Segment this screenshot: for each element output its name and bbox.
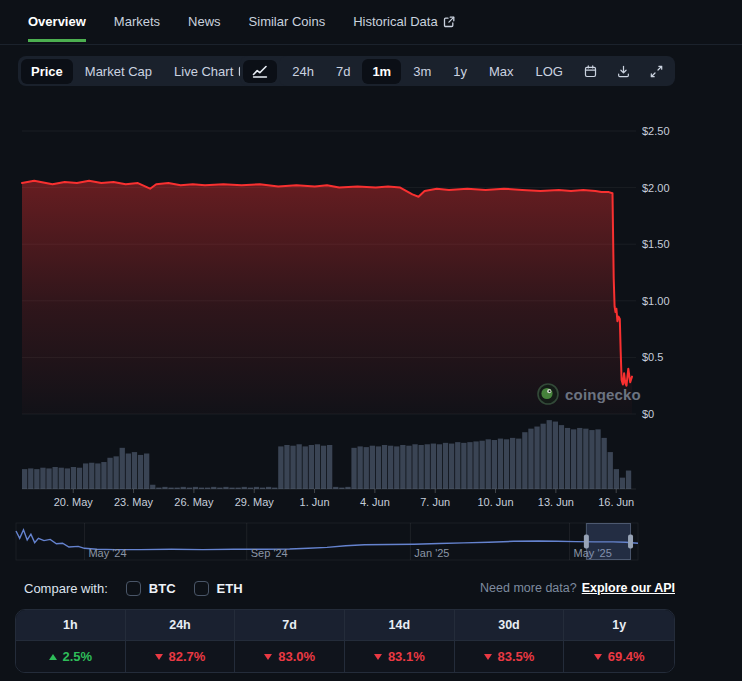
x-tick-label: 4. Jun — [360, 496, 390, 508]
compare-btc-checkbox[interactable]: BTC — [126, 581, 176, 596]
y-tick-label: $0 — [642, 408, 654, 420]
perf-header-30d: 30d — [455, 610, 565, 641]
price-chart-plot-area[interactable] — [22, 100, 634, 490]
perf-header-24h: 24h — [126, 610, 236, 641]
x-tick-label: 23. May — [114, 496, 154, 508]
x-tick-label: 7. Jun — [420, 496, 450, 508]
trend-arrow-icon — [264, 654, 272, 660]
external-link-icon — [443, 16, 455, 28]
log-scale-button[interactable]: LOG — [526, 59, 573, 84]
line-chart-icon[interactable] — [243, 60, 277, 83]
compare-label: Compare with: — [24, 581, 108, 596]
range-3m-button[interactable]: 3m — [403, 59, 441, 84]
y-tick-label: $2.50 — [642, 125, 670, 137]
download-icon[interactable] — [608, 60, 639, 83]
range-selector-group: 24h 7d 1m 3m 1y Max LOG — [279, 56, 675, 86]
x-tick-label: 1. Jun — [300, 496, 330, 508]
range-navigator: May '24Sep '24Jan '25May '25 — [16, 523, 638, 560]
x-tick-label: 26. May — [174, 496, 214, 508]
y-axis-labels: $2.50$2.00$1.50$1.00$0.5$0 — [642, 125, 670, 420]
x-tick-label: 13. Jun — [538, 496, 574, 508]
trend-arrow-icon — [484, 654, 492, 660]
y-tick-label: $1.50 — [642, 238, 670, 250]
tab-similar-coins[interactable]: Similar Coins — [249, 14, 326, 39]
perf-value-30d: 83.5% — [455, 641, 565, 672]
calendar-icon[interactable] — [575, 60, 606, 83]
price-button[interactable]: Price — [21, 59, 73, 84]
expand-icon[interactable] — [641, 60, 672, 83]
coingecko-logo-icon — [537, 383, 559, 405]
navigator-tick-label: May '24 — [88, 547, 126, 559]
range-24h-button[interactable]: 24h — [282, 59, 324, 84]
navigator-handle-right[interactable] — [628, 535, 633, 549]
range-1y-button[interactable]: 1y — [443, 59, 477, 84]
y-tick-label: $0.5 — [642, 351, 663, 363]
checkbox-icon[interactable] — [126, 581, 141, 596]
x-axis-labels: 20. May23. May26. May29. May1. Jun4. Jun… — [54, 489, 635, 508]
api-prompt-text: Need more data? — [480, 581, 577, 595]
trend-arrow-icon — [374, 654, 382, 660]
range-7d-button[interactable]: 7d — [326, 59, 360, 84]
performance-table: 1h 24h 7d 14d 30d 1y 2.5% 82.7% 83.0% 83… — [15, 609, 675, 673]
x-tick-label: 29. May — [235, 496, 275, 508]
checkbox-icon[interactable] — [194, 581, 209, 596]
trend-arrow-icon — [49, 654, 57, 660]
metric-toggle-group: Price Market Cap Live Chart — [18, 56, 263, 86]
market-cap-button[interactable]: Market Cap — [75, 59, 162, 84]
navigator-selection[interactable] — [584, 524, 633, 560]
perf-header-1h: 1h — [16, 610, 126, 641]
trend-arrow-icon — [594, 654, 602, 660]
y-tick-label: $2.00 — [642, 182, 670, 194]
coingecko-watermark: coingecko — [537, 383, 641, 405]
compare-row: Compare with: BTC ETH Need more data? Ex… — [24, 577, 675, 599]
tab-overview[interactable]: Overview — [28, 14, 86, 42]
perf-header-14d: 14d — [345, 610, 455, 641]
y-tick-label: $1.00 — [642, 295, 670, 307]
perf-value-1h: 2.5% — [16, 641, 126, 672]
perf-header-1y: 1y — [564, 610, 674, 641]
trend-arrow-icon — [155, 654, 163, 660]
perf-value-7d: 83.0% — [235, 641, 345, 672]
x-tick-label: 10. Jun — [477, 496, 513, 508]
explore-api-link[interactable]: Explore our API — [582, 581, 675, 595]
range-max-button[interactable]: Max — [479, 59, 524, 84]
tab-historical-data[interactable]: Historical Data — [353, 14, 455, 39]
coin-chart-page: $2.50$2.00$1.50$1.00$0.5$020. May23. May… — [0, 0, 742, 681]
range-1m-button[interactable]: 1m — [362, 59, 401, 84]
perf-header-7d: 7d — [235, 610, 345, 641]
perf-value-1y: 69.4% — [564, 641, 674, 672]
navigator-handle-left[interactable] — [584, 535, 589, 549]
tabbar-divider — [0, 44, 742, 45]
tab-news[interactable]: News — [188, 14, 221, 39]
tab-bar: Overview Markets News Similar Coins Hist… — [28, 14, 742, 44]
compare-eth-checkbox[interactable]: ETH — [194, 581, 243, 596]
x-tick-label: 16. Jun — [598, 496, 634, 508]
navigator-tick-label: Sep '24 — [251, 547, 288, 559]
perf-value-24h: 82.7% — [126, 641, 236, 672]
perf-value-14d: 83.1% — [345, 641, 455, 672]
tab-markets[interactable]: Markets — [114, 14, 160, 39]
navigator-tick-label: Jan '25 — [414, 547, 449, 559]
x-tick-label: 20. May — [54, 496, 94, 508]
